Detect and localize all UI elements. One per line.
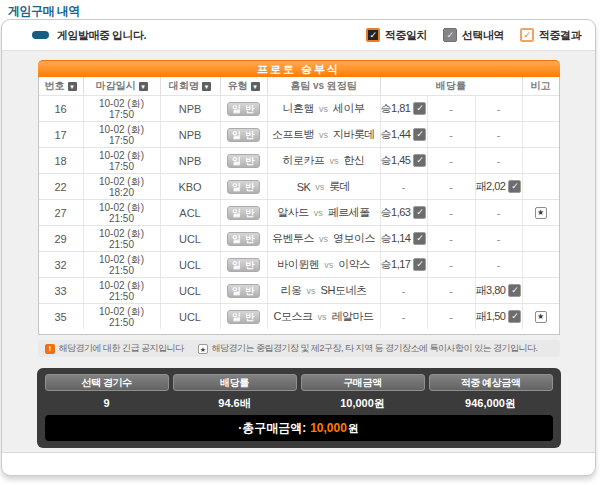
column-header-0[interactable]: 번호▾ bbox=[39, 77, 83, 95]
cell-deadline: 10-02 (화)21:50 bbox=[83, 278, 160, 303]
legend: ✓ 적중일치 ✓ 선택내역 ✓ 적중결과 bbox=[366, 28, 581, 43]
special-venue-star-icon: ★ bbox=[535, 207, 547, 219]
cell-deadline: 10-02 (화)21:50 bbox=[83, 200, 160, 225]
sort-icon[interactable]: ▾ bbox=[68, 82, 77, 91]
vs-label: vs bbox=[319, 130, 328, 140]
type-badge: 일 반 bbox=[227, 180, 261, 194]
cell-note bbox=[522, 148, 559, 173]
cell-type: 일 반 bbox=[220, 226, 267, 251]
home-team: 알사드 bbox=[277, 205, 309, 220]
cell-match: 리옹vsSH도네츠 bbox=[267, 278, 380, 303]
summary-label-1: 배당률 bbox=[173, 374, 297, 391]
table-row: 1710-02 (화)17:50NPB일 반소프트뱅vs지바롯데승1,44✓-- bbox=[39, 121, 559, 147]
summary-value-3: 946,000원 bbox=[429, 396, 553, 411]
deadline-datetime: 10-02 (화)21:50 bbox=[99, 202, 144, 224]
cell-type: 일 반 bbox=[220, 148, 267, 173]
table-row: 2210-02 (화)18:20KBO일 반SKvs롯데--패2,02✓ bbox=[39, 173, 559, 199]
sort-icon[interactable]: ▾ bbox=[202, 82, 211, 91]
cell-type: 일 반 bbox=[220, 304, 267, 329]
odds-value: - bbox=[402, 181, 406, 193]
cell-league: UCL bbox=[160, 304, 220, 329]
summary-value-2: 10,000원 bbox=[301, 396, 425, 411]
column-header-label: 번호 bbox=[45, 79, 65, 93]
deadline-date: 10-02 (화) bbox=[99, 306, 144, 317]
cell-note: ★ bbox=[522, 200, 559, 225]
cell-match: 소프트뱅vs지바롯데 bbox=[267, 122, 380, 147]
column-header-label: 유형 bbox=[228, 79, 248, 93]
cell-odds-1: - bbox=[427, 304, 475, 329]
odds-value: - bbox=[497, 129, 501, 141]
deadline-time: 18:20 bbox=[99, 187, 144, 198]
total-purchase-bar: ·총구매금액: 10,000 원 bbox=[45, 415, 553, 441]
page-title: 게임구매 내역 bbox=[8, 3, 80, 20]
deadline-time: 21:50 bbox=[99, 291, 144, 302]
home-team: C모스크 bbox=[274, 309, 313, 324]
cell-league: UCL bbox=[160, 226, 220, 251]
odds-value: - bbox=[497, 103, 501, 115]
cell-odds-2: 패2,02✓ bbox=[475, 174, 522, 199]
cell-note bbox=[522, 122, 559, 147]
cell-type: 일 반 bbox=[220, 278, 267, 303]
cell-odds-0: - bbox=[380, 278, 427, 303]
cell-odds-1: - bbox=[427, 96, 475, 121]
cell-odds-2: - bbox=[475, 252, 522, 277]
status-message: 게임발매중 입니다. bbox=[57, 28, 146, 43]
away-team: 지바롯데 bbox=[333, 127, 375, 142]
odds-value: 승1,17 bbox=[381, 257, 411, 272]
deadline-date: 10-02 (화) bbox=[99, 124, 144, 135]
sort-icon[interactable]: ▾ bbox=[139, 82, 148, 91]
vs-label: vs bbox=[324, 260, 333, 270]
deadline-time: 17:50 bbox=[99, 109, 144, 120]
sort-icon[interactable]: ▾ bbox=[251, 82, 260, 91]
odds-value: - bbox=[402, 285, 406, 297]
checkbox-selection[interactable]: ✓ bbox=[443, 28, 457, 42]
away-team: 롯데 bbox=[329, 179, 350, 194]
cell-odds-0: 승1,17✓ bbox=[380, 252, 427, 277]
column-header-1[interactable]: 마감일시▾ bbox=[83, 77, 160, 95]
checked-icon: ✓ bbox=[413, 206, 426, 219]
cell-odds-1: - bbox=[427, 200, 475, 225]
summary-panel: 선택 경기수배당률구매금액적중 예상금액 994.6배10,000원946,00… bbox=[37, 368, 561, 448]
deadline-date: 10-02 (화) bbox=[99, 98, 144, 109]
summary-value-row: 994.6배10,000원946,000원 bbox=[45, 391, 553, 415]
table-row: 3210-02 (화)21:50UCL일 반바이뮌헨vs이약스승1,17✓-- bbox=[39, 251, 559, 277]
column-header-3[interactable]: 유형▾ bbox=[220, 77, 267, 95]
cell-type: 일 반 bbox=[220, 96, 267, 121]
vs-label: vs bbox=[319, 234, 328, 244]
notice-text-urgent: 해당경기에 대한 긴급 공지입니다 bbox=[59, 342, 184, 355]
checked-icon: ✓ bbox=[413, 154, 426, 167]
deadline-datetime: 10-02 (화)18:20 bbox=[99, 176, 144, 198]
column-header-4: 홈팀 vs 원정팀 bbox=[267, 77, 380, 95]
odds-value: 승1,63 bbox=[381, 205, 411, 220]
deadline-time: 21:50 bbox=[99, 317, 144, 328]
cell-note bbox=[522, 96, 559, 121]
vs-label: vs bbox=[317, 312, 326, 322]
deadline-time: 21:50 bbox=[99, 265, 144, 276]
total-unit: 원 bbox=[348, 421, 359, 436]
cell-number: 27 bbox=[39, 200, 83, 225]
cell-odds-2: 패3,80✓ bbox=[475, 278, 522, 303]
deadline-datetime: 10-02 (화)17:50 bbox=[99, 150, 144, 172]
cell-odds-2: - bbox=[475, 148, 522, 173]
checkbox-hit-result[interactable]: ✓ bbox=[520, 28, 534, 42]
cell-league: UCL bbox=[160, 252, 220, 277]
deadline-date: 10-02 (화) bbox=[99, 254, 144, 265]
cell-number: 35 bbox=[39, 304, 83, 329]
deadline-datetime: 10-02 (화)21:50 bbox=[99, 228, 144, 250]
deadline-datetime: 10-02 (화)21:50 bbox=[99, 254, 144, 276]
column-header-label: 비고 bbox=[531, 79, 551, 93]
checkbox-hit-match[interactable]: ✓ bbox=[366, 28, 380, 42]
column-header-2[interactable]: 대회명▾ bbox=[160, 77, 220, 95]
vs-label: vs bbox=[314, 208, 323, 218]
alert-icon: ! bbox=[45, 344, 55, 354]
cell-note: ★ bbox=[522, 304, 559, 329]
odds-value: - bbox=[497, 233, 501, 245]
summary-value-0: 9 bbox=[45, 397, 169, 409]
star-note-icon: ★ bbox=[198, 344, 208, 354]
cell-league: UCL bbox=[160, 278, 220, 303]
away-team: 이약스 bbox=[338, 257, 370, 272]
type-badge: 일 반 bbox=[227, 310, 261, 324]
status-bullet-icon bbox=[32, 31, 49, 39]
cell-number: 17 bbox=[39, 122, 83, 147]
cell-odds-0: 승1,14✓ bbox=[380, 226, 427, 251]
